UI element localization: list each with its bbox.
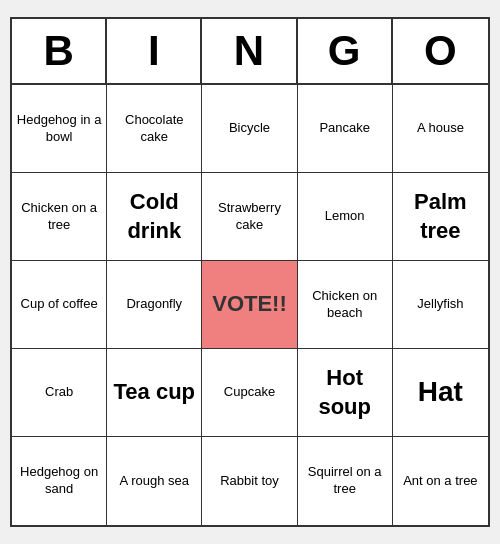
bingo-cell-19[interactable]: Hat [393, 349, 488, 437]
bingo-letter-n: N [202, 19, 297, 83]
bingo-grid: Hedgehog in a bowlChocolate cakeBicycleP… [12, 85, 488, 525]
bingo-cell-18[interactable]: Hot soup [298, 349, 393, 437]
bingo-cell-8[interactable]: Lemon [298, 173, 393, 261]
bingo-cell-5[interactable]: Chicken on a tree [12, 173, 107, 261]
bingo-cell-2[interactable]: Bicycle [202, 85, 297, 173]
bingo-cell-23[interactable]: Squirrel on a tree [298, 437, 393, 525]
bingo-cell-17[interactable]: Cupcake [202, 349, 297, 437]
bingo-header: BINGO [12, 19, 488, 85]
bingo-cell-24[interactable]: Ant on a tree [393, 437, 488, 525]
bingo-letter-i: I [107, 19, 202, 83]
bingo-cell-9[interactable]: Palm tree [393, 173, 488, 261]
bingo-cell-10[interactable]: Cup of coffee [12, 261, 107, 349]
bingo-cell-12[interactable]: VOTE!! [202, 261, 297, 349]
bingo-cell-14[interactable]: Jellyfish [393, 261, 488, 349]
bingo-cell-13[interactable]: Chicken on beach [298, 261, 393, 349]
bingo-cell-0[interactable]: Hedgehog in a bowl [12, 85, 107, 173]
bingo-cell-21[interactable]: A rough sea [107, 437, 202, 525]
bingo-cell-1[interactable]: Chocolate cake [107, 85, 202, 173]
bingo-cell-6[interactable]: Cold drink [107, 173, 202, 261]
bingo-cell-16[interactable]: Tea cup [107, 349, 202, 437]
bingo-cell-22[interactable]: Rabbit toy [202, 437, 297, 525]
bingo-cell-4[interactable]: A house [393, 85, 488, 173]
bingo-cell-11[interactable]: Dragonfly [107, 261, 202, 349]
bingo-letter-o: O [393, 19, 488, 83]
bingo-cell-15[interactable]: Crab [12, 349, 107, 437]
bingo-cell-20[interactable]: Hedgehog on sand [12, 437, 107, 525]
bingo-cell-7[interactable]: Strawberry cake [202, 173, 297, 261]
bingo-cell-3[interactable]: Pancake [298, 85, 393, 173]
bingo-letter-b: B [12, 19, 107, 83]
bingo-card: BINGO Hedgehog in a bowlChocolate cakeBi… [10, 17, 490, 527]
bingo-letter-g: G [298, 19, 393, 83]
